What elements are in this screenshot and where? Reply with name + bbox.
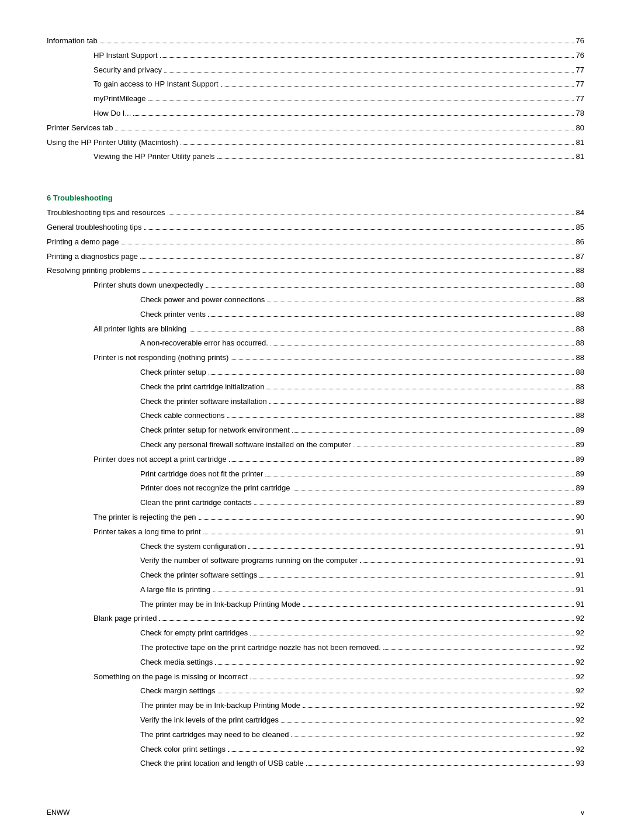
toc-page: 76 bbox=[576, 50, 584, 62]
toc-label: Troubleshooting tips and resources bbox=[47, 207, 165, 219]
toc-dots bbox=[291, 737, 573, 737]
toc-label: Check power and power connections bbox=[140, 294, 265, 306]
toc-dots bbox=[148, 101, 574, 101]
toc-page: 89 bbox=[576, 482, 584, 495]
toc-page: 88 bbox=[576, 381, 584, 393]
toc-dots bbox=[265, 476, 573, 476]
toc-entry: myPrintMileage77 bbox=[93, 93, 584, 105]
toc-page: 92 bbox=[576, 671, 584, 683]
toc-dots bbox=[115, 130, 573, 130]
toc-page: 92 bbox=[576, 656, 584, 669]
toc-label: Printer does not recognize the print car… bbox=[140, 482, 290, 495]
toc-label: Check the system configuration bbox=[140, 541, 246, 553]
toc-label: Check cable connections bbox=[140, 410, 225, 422]
toc-entry: Printer shuts down unexpectedly88 bbox=[93, 279, 584, 292]
toc-page: 77 bbox=[576, 64, 584, 77]
toc-dots bbox=[189, 331, 574, 331]
toc-entries-prior: Information tab76HP Instant Support76Sec… bbox=[47, 35, 584, 163]
toc-dots bbox=[221, 86, 574, 87]
toc-entry: Using the HP Printer Utility (Macintosh)… bbox=[47, 137, 584, 149]
toc-dots bbox=[250, 679, 574, 679]
toc-page: 91 bbox=[576, 541, 584, 553]
toc-entry: Check printer vents88 bbox=[140, 309, 584, 321]
toc-label: Check color print settings bbox=[140, 744, 226, 756]
toc-dots bbox=[250, 635, 573, 635]
toc-label: The protective tape on the print cartrid… bbox=[140, 642, 381, 654]
toc-entry: Viewing the HP Printer Utility panels81 bbox=[93, 151, 584, 163]
toc-dots bbox=[206, 287, 574, 288]
toc-label: myPrintMileage bbox=[93, 93, 146, 105]
toc-entry: Check cable connections88 bbox=[140, 410, 584, 422]
toc-entry: The print cartridges may need to be clea… bbox=[140, 729, 584, 741]
toc-page: 81 bbox=[576, 137, 584, 149]
toc-dots bbox=[217, 158, 574, 159]
toc-dots bbox=[227, 417, 574, 418]
toc-page: 88 bbox=[576, 396, 584, 408]
toc-dots bbox=[231, 359, 573, 360]
toc-dots bbox=[164, 72, 573, 72]
toc-page: 91 bbox=[576, 599, 584, 611]
section-spacer bbox=[47, 165, 584, 177]
toc-page: 85 bbox=[576, 222, 584, 234]
toc-entry: Check color print settings92 bbox=[140, 744, 584, 756]
toc-label: Check the print cartridge initialization bbox=[140, 381, 264, 393]
toc-dots bbox=[213, 592, 574, 592]
toc-dots bbox=[259, 577, 573, 578]
toc-entry: Clean the print cartridge contacts89 bbox=[140, 497, 584, 509]
toc-entry: Resolving printing problems88 bbox=[47, 265, 584, 277]
footer: ENWW v bbox=[47, 808, 584, 817]
page: Information tab76HP Instant Support76Sec… bbox=[0, 0, 631, 819]
toc-page: 88 bbox=[576, 352, 584, 364]
toc-entry: HP Instant Support76 bbox=[93, 50, 584, 62]
toc-entry: The printer may be in Ink-backup Printin… bbox=[140, 599, 584, 611]
toc-dots bbox=[159, 620, 573, 621]
toc-entry: Check printer setup for network environm… bbox=[140, 424, 584, 437]
toc-label: Check media settings bbox=[140, 656, 213, 669]
toc-entry: Check for empty print cartridges92 bbox=[140, 627, 584, 639]
toc-entry: Print cartridge does not fit the printer… bbox=[140, 468, 584, 481]
toc-page: 92 bbox=[576, 685, 584, 697]
toc-entry: A non-recoverable error has occurred.88 bbox=[140, 337, 584, 350]
toc-page: 84 bbox=[576, 207, 584, 219]
toc-label: Information tab bbox=[47, 35, 98, 47]
toc-dots bbox=[248, 548, 573, 549]
toc-entry: The protective tape on the print cartrid… bbox=[140, 642, 584, 654]
toc-page: 90 bbox=[576, 511, 584, 524]
toc-label: Verify the ink levels of the print cartr… bbox=[140, 714, 279, 727]
toc-dots bbox=[293, 490, 574, 490]
toc-dots bbox=[353, 447, 574, 447]
toc-dots bbox=[143, 272, 573, 273]
toc-dots bbox=[215, 664, 573, 665]
toc-label: Printer takes a long time to print bbox=[93, 526, 201, 538]
toc-page: 91 bbox=[576, 526, 584, 538]
toc-label: All printer lights are blinking bbox=[93, 323, 186, 336]
toc-page: 91 bbox=[576, 555, 584, 567]
toc-label: Check margin settings bbox=[140, 685, 216, 697]
toc-entry: Printer Services tab80 bbox=[47, 122, 584, 134]
toc-label: Resolving printing problems bbox=[47, 265, 140, 277]
toc-label: Check the print location and length of U… bbox=[140, 758, 304, 770]
toc-label: Viewing the HP Printer Utility panels bbox=[93, 151, 215, 163]
toc-entry: Something on the page is missing or inco… bbox=[93, 671, 584, 683]
toc-dots bbox=[181, 144, 573, 145]
toc-label: The printer may be in Ink-backup Printin… bbox=[140, 700, 300, 712]
toc-label: Print cartridge does not fit the printer bbox=[140, 468, 263, 481]
toc-label: Printer does not accept a print cartridg… bbox=[93, 454, 227, 466]
toc-page: 88 bbox=[576, 294, 584, 306]
toc-page: 81 bbox=[576, 151, 584, 163]
toc-dots bbox=[228, 751, 574, 752]
toc-dots bbox=[271, 345, 574, 345]
toc-page: 88 bbox=[576, 323, 584, 336]
toc-dots bbox=[203, 534, 574, 534]
toc-entry: Verify the number of software programs r… bbox=[140, 555, 584, 567]
toc-dots bbox=[140, 258, 573, 259]
toc-page: 88 bbox=[576, 367, 584, 379]
toc-label: A non-recoverable error has occurred. bbox=[140, 337, 268, 350]
toc-dots bbox=[383, 649, 574, 650]
toc-dots bbox=[303, 707, 574, 708]
toc-label: Check printer vents bbox=[140, 309, 206, 321]
toc-page: 89 bbox=[576, 497, 584, 509]
toc-page: 92 bbox=[576, 700, 584, 712]
toc-page: 76 bbox=[576, 35, 584, 47]
toc-dots bbox=[100, 43, 574, 43]
